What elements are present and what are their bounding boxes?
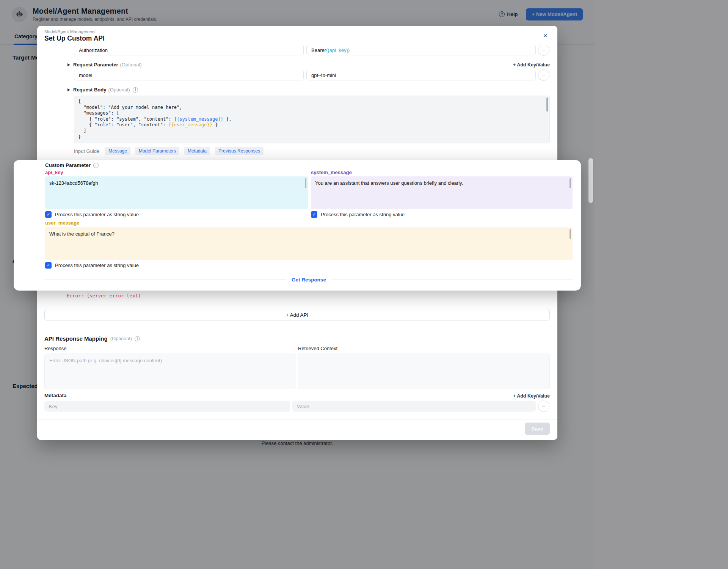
add-key-value-link[interactable]: + Add Key/Value [513,62,550,68]
get-response-link[interactable]: Get Response [286,277,331,283]
parameter-key-input[interactable]: model [74,70,304,80]
custom-parameter-panel: Custom Parameter api_key system_message … [14,160,581,291]
checkbox-checked[interactable] [45,211,52,218]
header-key-input[interactable]: Authorization [74,45,304,55]
info-icon [135,336,140,341]
add-key-value-link[interactable]: + Add Key/Value [513,393,550,399]
outside-viewport [595,0,728,569]
screen: Model/Agent Management Register and mana… [0,0,728,569]
header-value-input[interactable]: Bearer {{api_key}} [306,45,536,55]
api-response-mapping-header: API Response Mapping (Optional) [44,335,140,342]
guide-chip-previous-responses[interactable]: Previous Responses [215,147,264,155]
optional-label: (Optional) [120,62,142,68]
textarea-scrollbar-thumb[interactable] [570,178,571,188]
guide-chip-message[interactable]: Message [105,147,130,155]
user-message-label: user_message [45,220,79,226]
checkbox-label: Process this parameter as string value [55,262,139,268]
user-message-textarea[interactable]: What is the capital of France? [45,227,573,260]
metadata-label: Metadata [44,393,67,398]
save-button[interactable]: Save [525,423,550,435]
guide-chip-metadata[interactable]: Metadata [184,147,210,155]
expand-arrow-icon[interactable] [67,63,70,66]
textarea-scrollbar-thumb[interactable] [570,229,571,239]
response-label: Response [44,346,67,351]
remove-parameter-row-button[interactable] [538,69,549,81]
expand-arrow-icon[interactable] [67,88,70,91]
retrieved-context-textarea[interactable] [298,354,550,389]
request-body-editor[interactable]: { "model": "Add your model name here", "… [74,96,550,143]
input-guide-label: Input Guide [74,148,99,154]
request-parameter-section: Request Parameter (Optional) [67,62,142,68]
divider-line [45,280,286,280]
custom-parameter-title: Custom Parameter [45,162,91,168]
divider [37,331,557,331]
modal-breadcrumb: Model/Agent Management [44,29,96,34]
page-scrollbar-thumb[interactable] [588,158,593,203]
code-scrollbar-thumb[interactable] [546,97,548,112]
response-path-textarea[interactable]: Enter JSON path (e.g. choices[0].message… [44,354,296,389]
input-guide-row: Input Guide Message Model Parameters Met… [74,147,264,155]
system-message-label: system_message [311,170,352,175]
metadata-key-input[interactable]: Key [44,401,290,412]
divider [37,420,557,420]
string-value-checkbox-row: Process this parameter as string value [45,262,139,269]
remove-header-row-button[interactable] [538,44,549,56]
textarea-scrollbar-thumb[interactable] [305,178,306,188]
custom-parameter-header: Custom Parameter [45,162,99,168]
info-icon [93,163,99,168]
divider-line [331,280,573,280]
modal-title: Set Up Custom API [44,35,105,42]
modal-header: Model/Agent Management Set Up Custom API [37,26,557,45]
optional-label: (Optional) [108,87,130,93]
request-parameter-label: Request Parameter [73,62,118,68]
guide-chip-model-parameters[interactable]: Model Parameters [135,147,179,155]
request-body-label: Request Body [73,87,106,93]
string-value-checkbox-row: Process this parameter as string value [45,211,139,218]
info-icon [133,87,138,93]
request-body-section: Request Body (Optional) [67,87,138,93]
metadata-value-input[interactable]: Value [292,401,536,412]
checkbox-checked[interactable] [45,262,52,269]
parameter-value-input[interactable]: gpt-4o-mini [306,70,536,80]
mapping-title: API Response Mapping [44,335,108,342]
api-key-label: api_key [45,170,63,175]
string-value-checkbox-row: Process this parameter as string value [311,211,405,218]
close-icon[interactable] [541,31,550,40]
system-message-textarea[interactable]: You are an assistant that answers user q… [311,176,573,209]
checkbox-label: Process this parameter as string value [321,212,405,217]
checkbox-label: Process this parameter as string value [55,212,139,217]
add-api-button[interactable]: + Add API [44,309,550,321]
error-text: Error: (server error text) [67,293,141,299]
checkbox-checked[interactable] [311,211,317,218]
remove-metadata-row-button[interactable] [538,401,549,412]
retrieved-context-label: Retrieved Context [298,346,337,351]
optional-label: (Optional) [110,336,132,341]
api-key-textarea[interactable]: sk-1234abcd5678efgh [45,176,308,209]
get-response-divider: Get Response [45,277,573,283]
